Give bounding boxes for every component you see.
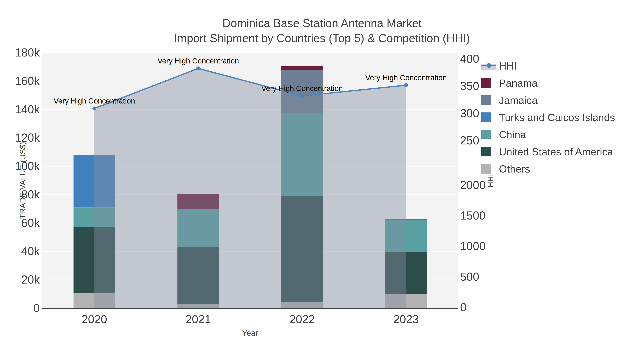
y-tick-0: 0 <box>33 301 40 315</box>
y-tick-80k: 80k <box>21 188 40 201</box>
hhi-marker-2023[interactable] <box>404 83 408 87</box>
y-tick-120k: 120k <box>15 131 40 144</box>
legend: HHIPanamaJamaicaTurks and Caicos Islands… <box>482 57 615 177</box>
legend-item-china[interactable]: China <box>482 126 615 143</box>
y-tick-180k: 180k <box>15 46 40 59</box>
x-axis-line <box>42 308 458 309</box>
x-tick-2021: 2021 <box>186 313 211 326</box>
annotation-2023: Very High Concentration <box>365 73 447 82</box>
legend-item-label: United States of America <box>499 146 613 158</box>
hhi-marker-2021[interactable] <box>196 66 200 70</box>
legend-item-panama[interactable]: Panama <box>482 74 615 91</box>
chart-title: Dominica Base Station Antenna Market Imp… <box>0 16 644 46</box>
legend-item-others[interactable]: Others <box>482 160 615 177</box>
legend-color-swatch-icon <box>482 143 496 160</box>
y-tick-60k: 60k <box>21 216 40 229</box>
y2-tick-1000: 1000 <box>460 240 486 253</box>
legend-item-label: Jamaica <box>499 94 538 106</box>
legend-color-swatch-icon <box>482 74 496 91</box>
y2-tick-0: 0 <box>460 301 466 314</box>
x-tick-2022: 2022 <box>290 313 315 326</box>
legend-swatch <box>482 147 491 156</box>
y2-tick-500: 500 <box>460 270 479 283</box>
y2u-tick-250: 250 <box>460 134 479 147</box>
hhi-marker-2022[interactable] <box>300 94 304 98</box>
y-axis-title: TRADE VALUE (US$) <box>18 142 27 219</box>
legend-color-swatch-icon <box>482 109 496 126</box>
y2u-tick-300: 300 <box>460 106 479 120</box>
y-tick-20k: 20k <box>21 273 40 286</box>
hhi-area-fill <box>94 68 406 308</box>
chart-title-line1: Dominica Base Station Antenna Market <box>0 16 644 31</box>
hhi-marker-2020[interactable] <box>92 106 96 110</box>
plot-area-svg <box>0 0 644 362</box>
legend-color-swatch-icon <box>482 160 496 177</box>
legend-item-label: Turks and Caicos Islands <box>499 111 615 123</box>
legend-swatch <box>482 112 491 122</box>
y2-tick-2000: 2000 <box>460 178 486 192</box>
y-tick-40k: 40k <box>21 245 40 258</box>
y2-tick-1500: 1500 <box>460 209 486 222</box>
legend-item-label: HHI <box>499 60 517 72</box>
chart-title-line2: Import Shipment by Countries (Top 5) & C… <box>0 31 644 46</box>
legend-item-label: Others <box>499 163 530 175</box>
y-tick-140k: 140k <box>15 103 40 116</box>
legend-swatch <box>482 130 491 139</box>
legend-line-marker-icon <box>482 57 496 74</box>
y-tick-100k: 100k <box>15 159 40 173</box>
annotation-2020: Very High Concentration <box>54 97 135 105</box>
annotation-2021: Very High Concentration <box>158 57 239 65</box>
y-tick-160k: 160k <box>15 74 40 87</box>
legend-item-label: Panama <box>499 77 538 89</box>
legend-item-jamaica[interactable]: Jamaica <box>482 91 615 109</box>
y2u-tick-350: 350 <box>460 79 479 93</box>
legend-swatch <box>482 164 491 174</box>
legend-item-turks-and-caicos-islands[interactable]: Turks and Caicos Islands <box>482 109 615 126</box>
chart-figure: Dominica Base Station Antenna Market Imp… <box>0 0 644 362</box>
x-tick-2020: 2020 <box>82 313 107 326</box>
legend-item-hhi[interactable]: HHI <box>482 57 615 74</box>
x-axis-title: Year <box>242 329 258 338</box>
legend-color-swatch-icon <box>482 91 496 109</box>
bar-segment-panama-2022[interactable] <box>281 66 323 70</box>
legend-color-swatch-icon <box>482 126 496 143</box>
legend-marker-dot <box>486 63 491 68</box>
y2u-tick-400: 400 <box>460 52 479 65</box>
legend-item-label: China <box>499 128 526 140</box>
legend-swatch <box>482 78 491 88</box>
annotation-2022: Very High Concentration <box>261 84 343 93</box>
legend-swatch <box>482 95 491 105</box>
legend-item-united-states-of-america[interactable]: United States of America <box>482 143 615 160</box>
x-tick-2023: 2023 <box>393 313 418 326</box>
